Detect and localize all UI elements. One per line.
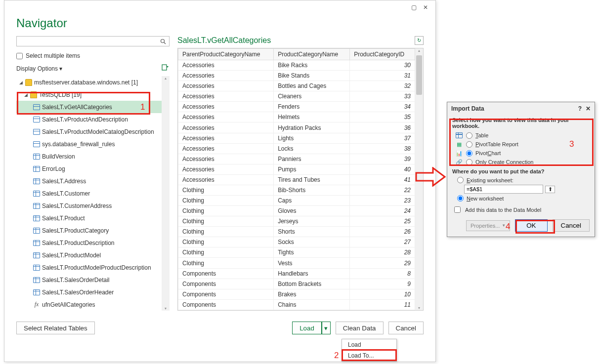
preview-refresh-icon[interactable]: ↻ xyxy=(415,36,424,45)
tree-item[interactable]: SalesLT.Product xyxy=(16,212,162,224)
table-row[interactable]: AccessoriesBike Racks30 xyxy=(178,60,415,71)
table-cell: 36 xyxy=(350,122,415,133)
table-row[interactable]: AccessoriesPanniers39 xyxy=(178,154,415,164)
table-row[interactable]: AccessoriesLocks38 xyxy=(178,143,415,154)
display-options-button[interactable]: Display Options ▾ xyxy=(16,65,62,72)
tree-item[interactable]: SalesLT.vProductAndDescription xyxy=(16,113,162,125)
radio-table[interactable] xyxy=(466,132,472,139)
radio-existing[interactable] xyxy=(457,177,464,183)
help-icon[interactable]: ? xyxy=(578,105,582,112)
table-row[interactable]: ClothingCaps23 xyxy=(178,196,415,206)
menu-item-load-to[interactable]: Load To... xyxy=(342,350,396,361)
option-table-label: Table xyxy=(475,132,488,138)
table-cell: 40 xyxy=(350,164,415,174)
table-cell: Accessories xyxy=(178,91,274,102)
table-row[interactable]: ComponentsHandlebars8 xyxy=(178,268,415,279)
select-multiple-checkbox[interactable] xyxy=(16,53,23,59)
table-row[interactable]: AccessoriesTires and Tubes41 xyxy=(178,174,415,185)
tree-item[interactable]: SalesLT.vProductModelCatalogDescription xyxy=(16,125,162,138)
select-related-tables-button[interactable]: Select Related Tables xyxy=(16,322,95,334)
radio-pivotchart[interactable] xyxy=(466,150,472,157)
cell-ref-row: ⬆ xyxy=(452,184,590,195)
option-table-row[interactable]: Table xyxy=(452,131,590,140)
table-row[interactable]: AccessoriesBike Stands31 xyxy=(178,71,415,81)
add-to-model-row[interactable]: Add this data to the Data Model xyxy=(452,202,590,217)
cell-ref-input[interactable] xyxy=(464,185,543,194)
tree-item-label: SalesLT.ProductModelProductDescription xyxy=(42,264,151,271)
tree-item[interactable]: SalesLT.ProductDescription xyxy=(16,237,162,249)
option-new-row[interactable]: New worksheet xyxy=(452,195,590,202)
table-cell: Hydration Packs xyxy=(274,122,350,133)
load-button[interactable]: Load xyxy=(292,322,322,334)
tree-item[interactable]: SalesLT.ProductModel xyxy=(16,249,162,261)
table-cell: Components xyxy=(178,279,274,289)
table-cell: Pumps xyxy=(274,164,350,174)
tree-db-node[interactable]: ◢ TestSQLDB [19] xyxy=(16,88,162,101)
option-pivottable-row[interactable]: ▦ PivotTable Report xyxy=(452,140,590,149)
table-cell: 11 xyxy=(350,299,415,310)
load-dropdown-button[interactable]: ▾ xyxy=(322,322,331,334)
tree-item[interactable]: BuildVersion xyxy=(16,150,162,162)
table-row[interactable]: ClothingShorts26 xyxy=(178,227,415,237)
tree-item[interactable]: fxufnGetAllCategories xyxy=(16,298,162,311)
radio-connection[interactable] xyxy=(466,159,472,165)
option-existing-row[interactable]: Existing worksheet: xyxy=(452,176,590,184)
add-to-model-checkbox[interactable] xyxy=(454,206,461,213)
column-header[interactable]: ProductCategoryName xyxy=(274,49,350,60)
option-pivotchart-row[interactable]: 📊 PivotChart xyxy=(452,149,590,158)
tree-item[interactable]: ErrorLog xyxy=(16,162,162,175)
search-icon[interactable] xyxy=(157,37,169,46)
properties-button[interactable]: Properties...▼ xyxy=(466,220,510,231)
option-existing-label: Existing worksheet: xyxy=(467,177,513,183)
ok-button[interactable]: OK xyxy=(515,219,547,232)
tree-item[interactable]: SalesLT.ProductModelProductDescription xyxy=(16,261,162,274)
table-row[interactable]: ComponentsBrakes10 xyxy=(178,289,415,299)
table-row[interactable]: ClothingBib-Shorts22 xyxy=(178,185,415,195)
table-row[interactable]: AccessoriesBottles and Cages32 xyxy=(178,81,415,91)
table-scrollbar[interactable] xyxy=(415,48,423,310)
menu-item-load[interactable]: Load xyxy=(342,339,396,350)
preview-title: SalesLT.vGetAllCategories xyxy=(177,36,271,45)
scrollbar-thumb[interactable] xyxy=(416,55,422,95)
close-icon[interactable]: ✕ xyxy=(586,105,591,112)
radio-pivottable[interactable] xyxy=(466,141,472,148)
radio-new[interactable] xyxy=(457,195,464,202)
table-row[interactable]: AccessoriesHydration Packs36 xyxy=(178,122,415,133)
search-input[interactable] xyxy=(17,37,157,46)
table-row[interactable]: ClothingTights28 xyxy=(178,247,415,258)
tree-server-node[interactable]: ◢ msftestserver.database.windows.net [1] xyxy=(16,76,162,88)
tree-item[interactable]: SalesLT.vGetAllCategories xyxy=(16,101,162,113)
tree-item[interactable]: SalesLT.SalesOrderDetail xyxy=(16,274,162,286)
table-row[interactable]: AccessoriesPumps40 xyxy=(178,164,415,174)
option-connection-row[interactable]: 🔗 Only Create Connection xyxy=(452,158,590,166)
object-tree[interactable]: ◢ msftestserver.database.windows.net [1]… xyxy=(16,76,162,311)
table-cell: Accessories xyxy=(178,112,274,122)
tree-item[interactable]: SalesLT.ProductCategory xyxy=(16,224,162,237)
tree-item[interactable]: sys.database_firewall_rules xyxy=(16,138,162,150)
tree-item[interactable]: SalesLT.SalesOrderHeader xyxy=(16,286,162,298)
range-picker-icon[interactable]: ⬆ xyxy=(545,186,555,193)
close-icon[interactable]: ✕ xyxy=(420,2,431,12)
tree-scrollbar[interactable] xyxy=(162,76,170,311)
column-header[interactable]: ParentProductCategoryName xyxy=(178,49,274,60)
tree-item[interactable]: SalesLT.Customer xyxy=(16,187,162,200)
table-row[interactable]: AccessoriesHelmets35 xyxy=(178,112,415,122)
table-row[interactable]: ComponentsChains11 xyxy=(178,299,415,310)
clean-data-button[interactable]: Clean Data xyxy=(336,322,384,334)
table-row[interactable]: AccessoriesCleaners33 xyxy=(178,91,415,102)
import-cancel-button[interactable]: Cancel xyxy=(553,219,590,232)
table-row[interactable]: ComponentsBottom Brackets9 xyxy=(178,279,415,289)
table-row[interactable]: ClothingVests29 xyxy=(178,258,415,268)
table-row[interactable]: AccessoriesLights37 xyxy=(178,133,415,143)
tree-item[interactable]: SalesLT.Address xyxy=(16,175,162,187)
select-multiple-row[interactable]: Select multiple items xyxy=(16,50,170,61)
table-row[interactable]: ClothingGloves24 xyxy=(178,206,415,216)
cancel-button[interactable]: Cancel xyxy=(388,322,424,334)
refresh-icon[interactable] xyxy=(161,64,170,73)
tree-item[interactable]: SalesLT.CustomerAddress xyxy=(16,200,162,212)
table-row[interactable]: ClothingJerseys25 xyxy=(178,216,415,227)
column-header[interactable]: ProductCategoryID xyxy=(350,49,415,60)
table-row[interactable]: AccessoriesFenders34 xyxy=(178,102,415,112)
table-row[interactable]: ClothingSocks27 xyxy=(178,237,415,247)
maximize-icon[interactable]: ▢ xyxy=(408,2,420,12)
